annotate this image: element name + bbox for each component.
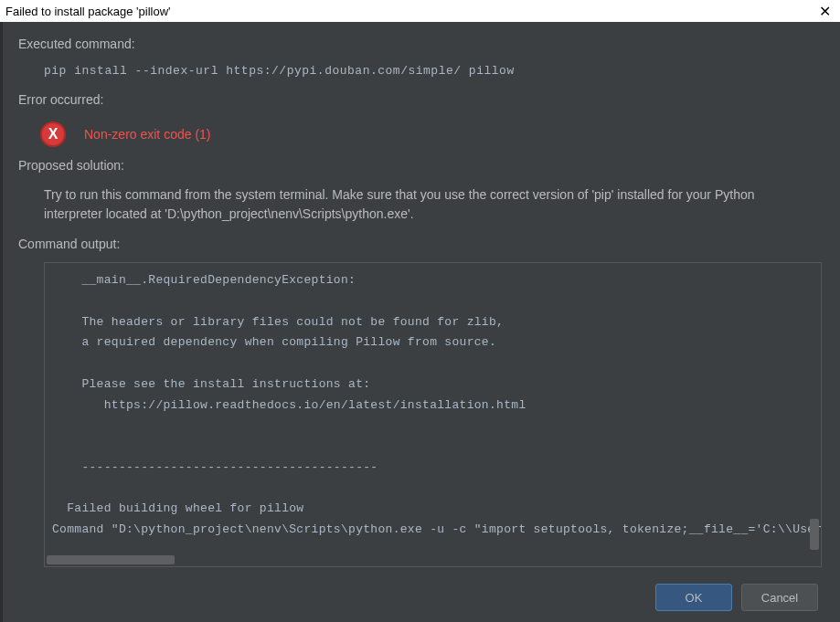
command-output-label: Command output: xyxy=(18,237,822,251)
error-x-icon: X xyxy=(40,121,66,147)
ok-button[interactable]: OK xyxy=(655,584,732,611)
command-output-box: __main__.RequiredDependencyException: Th… xyxy=(44,262,822,567)
error-row: X Non-zero exit code (1) xyxy=(18,114,822,158)
horizontal-scrollbar[interactable] xyxy=(47,555,175,564)
command-output-text: __main__.RequiredDependencyException: Th… xyxy=(45,263,821,566)
dialog-title: Failed to install package 'pillow' xyxy=(5,5,171,18)
cancel-button[interactable]: Cancel xyxy=(741,584,818,611)
dialog-body: Executed command: pip install --index-ur… xyxy=(0,22,840,622)
error-occurred-label: Error occurred: xyxy=(18,92,822,107)
vertical-scrollbar[interactable] xyxy=(810,519,819,550)
proposed-solution-label: Proposed solution: xyxy=(18,158,822,173)
dialog-title-bar: Failed to install package 'pillow' ✕ xyxy=(0,0,840,22)
close-icon[interactable]: ✕ xyxy=(815,3,835,20)
executed-command-label: Executed command: xyxy=(18,37,822,51)
proposed-solution-text: Try to run this command from the system … xyxy=(18,180,822,237)
error-icon-glyph: X xyxy=(48,126,58,142)
error-message: Non-zero exit code (1) xyxy=(84,127,211,142)
left-edge-strip xyxy=(0,22,3,622)
dialog-button-row: OK Cancel xyxy=(18,567,822,611)
executed-command-text: pip install --index-url https://pypi.dou… xyxy=(18,58,822,92)
